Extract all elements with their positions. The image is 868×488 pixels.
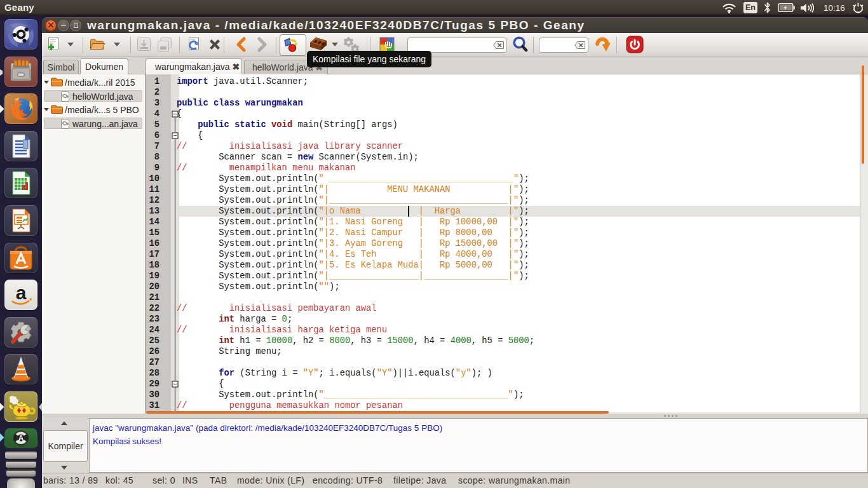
svg-text:a: a [16, 282, 27, 303]
svg-text:A: A [18, 435, 25, 442]
